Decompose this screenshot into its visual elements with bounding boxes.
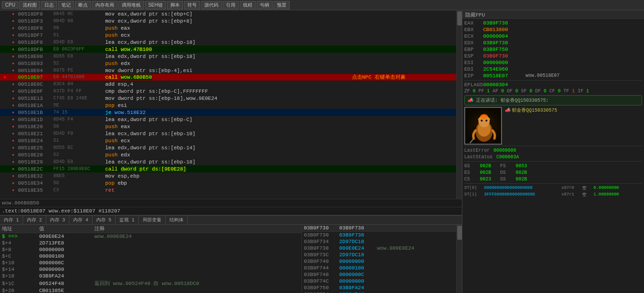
fpu-idx: ST(1) (464, 192, 482, 197)
disasm-row[interactable]: ●00518DF08B45 0Cmov eax,dword ptr ss:[eb… (0, 10, 462, 17)
mem-comment (92, 273, 301, 279)
avatar-username: 📣郁金香QQ150330575 (505, 107, 557, 114)
hex-row[interactable]: 03B9F74C00000000 (302, 278, 462, 285)
disasm-row[interactable]: ●00518E218D4D F0lea ecx,dword ptr ss:[eb… (0, 130, 462, 137)
disasm-row[interactable]: ●00518E13C745 E8 240Emov dword ptr ss:[e… (0, 95, 462, 102)
callstack-button[interactable]: 调用堆栈 (118, 1, 144, 9)
hex-row[interactable]: 03B9F75003B9FA24 (302, 285, 462, 291)
disasm-code: pop esi (103, 102, 348, 109)
hex-addr: 03B9F738 (302, 245, 337, 252)
breakpoint-dot: ● (10, 17, 16, 24)
disasm-row[interactable]: ●00518E35C3ret (0, 187, 462, 194)
hex-row[interactable]: 03B9F738009E0E24wow.009E0E24 (302, 245, 462, 252)
hex-row[interactable]: 03B9F74400000100 (302, 265, 462, 271)
bottom-tab-0[interactable]: 内存 1 (0, 216, 23, 224)
disasm-row[interactable]: ●00518E298D4D E8lea ecx,dword ptr ss:[eb… (0, 158, 462, 165)
symbols-button[interactable]: 符号 (184, 1, 200, 9)
disasm-row[interactable]: ●00518E0F837D F4 FFcmp dword ptr ss:[ebp… (0, 88, 462, 95)
threads-button[interactable]: 线程 (240, 1, 256, 9)
hex-row[interactable]: 03B9F75400524F48 (302, 291, 462, 293)
hex-row[interactable]: 03B9F74000000000 (302, 258, 462, 265)
breakpoint-dot: ● (10, 144, 16, 151)
disasm-row[interactable]: ●00518E048975 FCmov dword ptr ss:[ebp-4]… (0, 67, 462, 74)
bp-indicator: ● (12, 47, 15, 51)
disasm-bytes: 52 (51, 151, 103, 158)
mem-row[interactable]: $+1400000000 (0, 266, 301, 273)
breakpoint-dot: ● (10, 81, 16, 88)
hex-row[interactable]: 03B9F73C2D97DC18 (302, 252, 462, 258)
disasm-row[interactable]: ●00518DF751push ecx (0, 32, 462, 39)
breakpoint-dot: ● (10, 123, 16, 130)
hex-val: 00524F48 (337, 291, 375, 293)
reg-header: 隐藏FPU (462, 10, 644, 19)
disasm-row[interactable]: ●00518E0352push edx (0, 60, 462, 67)
disasm-view[interactable]: ●00518DF08B45 0Cmov eax,dword ptr ss:[eb… (0, 10, 462, 199)
disasm-row[interactable]: ●00518E2CFF15 280E9E0Ccall dword ptr ds:… (0, 165, 462, 172)
bp-indicator: ● (12, 19, 15, 23)
disasm-row[interactable]: ●00518E0C83C4 04add esp,4 (0, 81, 462, 88)
bottom-tab-1[interactable]: 内存 2 (23, 216, 46, 224)
status-bar: .text:00518E07 wow.exe:$118E07 #118207 (0, 207, 462, 215)
source-button[interactable]: 源代码 (201, 1, 222, 9)
script-button[interactable]: 脚本 (167, 1, 183, 9)
mem-row[interactable]: $+42D713FE8 (0, 240, 301, 246)
disasm-row[interactable]: ●00518DF88D4D E8lea ecx,dword ptr ss:[eb… (0, 39, 462, 46)
mem-row[interactable]: $+1803B9FA24 (0, 273, 301, 279)
notes-button[interactable]: 笔记 (58, 1, 74, 9)
disasm-row[interactable]: ●00518E1D8D45 F4lea eax,dword ptr ss:[eb… (0, 116, 462, 123)
bp-indicator: ● (12, 160, 15, 164)
breakpoints-button[interactable]: 断点 (75, 1, 91, 9)
refs-button[interactable]: 引用 (223, 1, 239, 9)
mem-row[interactable]: $+100000000C (0, 260, 301, 266)
mem-row[interactable]: $+C00000100 (0, 253, 301, 260)
disasm-row[interactable]: ●00518E345Dpop ebp (0, 179, 462, 187)
cpu-button[interactable]: CPU (2, 1, 18, 8)
mem-row[interactable]: $+20CB01385E (0, 287, 301, 293)
bottom-tab-2[interactable]: 内存 3 (46, 216, 69, 224)
mem-row[interactable]: $ ==>009E0E24wow.009E0E24 (0, 233, 301, 240)
memory-layout-button[interactable]: 内存布局 (92, 1, 117, 9)
disasm-row[interactable]: ●00518E258D55 EClea edx,dword ptr ss:[eb… (0, 144, 462, 151)
disasm-bytes: 5D (51, 179, 103, 187)
disasm-row[interactable]: ●00518E008D55 E8lea edx,dword ptr ss:[eb… (0, 53, 462, 60)
flag-name: IF (577, 89, 583, 94)
reg-panel: EAX03B9F738EBXCB013800ECX00000004EDX03B9… (462, 19, 644, 198)
mnemonic: mov (105, 11, 115, 17)
eip-indicator: ► (0, 74, 10, 81)
seh-button[interactable]: SEH链 (145, 1, 166, 9)
bottom-tab-5[interactable]: 监视 1 (116, 216, 139, 224)
disasm-row[interactable]: ●00518DFBE8 0023F6FFcall wow.47B100 (0, 46, 462, 53)
disasm-row[interactable]: ●00518E1A5Epop esi (0, 102, 462, 109)
disasm-addr: 00518DF3 (16, 17, 51, 24)
bottom-tab-3[interactable]: 内存 4 (69, 216, 92, 224)
disasm-row[interactable]: ●00518E2050push eax (0, 123, 462, 130)
log-button[interactable]: 日志 (41, 1, 57, 9)
disasm-row[interactable]: ●00518E328BE5mov esp,ebp (0, 172, 462, 179)
disasm-row[interactable]: ●00518E2852push edx (0, 151, 462, 158)
disasm-row[interactable]: ●00518DF38B4D 08mov ecx,dword ptr ss:[eb… (0, 17, 462, 24)
hex-addr: 03B9F74C (302, 278, 337, 285)
mem-row[interactable]: $+800000000 (0, 246, 301, 253)
disasm-row[interactable]: ●00518DF650push eax (0, 24, 462, 32)
handles-button[interactable]: 句柄 (257, 1, 273, 9)
preset-button[interactable]: 预置 (274, 1, 290, 9)
toolbar: CPU 流程图 日志 笔记 断点 内存布局 调用堆栈 SEH链 脚本 符号 源代… (0, 0, 644, 10)
bottom-tab-4[interactable]: 内存 5 (92, 216, 116, 224)
hex-row[interactable]: 03B9F7480000000C (302, 271, 462, 278)
bottom-tab-6[interactable]: 局部变量 (139, 216, 166, 224)
disasm-row[interactable]: ►00518E07E8 447D1900call wow.6B0B50点击NPC… (0, 74, 462, 81)
bottom-tab-7[interactable]: 结构体 (166, 216, 188, 224)
disasm-comment (348, 172, 462, 179)
hex-scrollbar[interactable] (456, 225, 462, 293)
breakpoint-dot: ● (10, 10, 16, 17)
mem-row[interactable]: $+1C00524F48返回到 wow.00524F48 自 wow.00518… (0, 279, 301, 287)
hex-row[interactable]: 03B9F73003B9F738 (302, 232, 462, 239)
disasm-scrollbar[interactable] (456, 10, 462, 199)
hex-row[interactable]: 03B9F7342D97DC18 (302, 238, 462, 245)
disasm-addr: 00518E29 (16, 158, 51, 165)
disasm-row[interactable]: ●00518E2451push ecx (0, 137, 462, 144)
breakpoint-dot: ● (10, 151, 16, 158)
mem-addr: $+14 (0, 266, 37, 273)
disasm-row[interactable]: ●00518E1B74 15je wow.518E32 (0, 109, 462, 116)
flowgraph-button[interactable]: 流程图 (19, 1, 40, 9)
